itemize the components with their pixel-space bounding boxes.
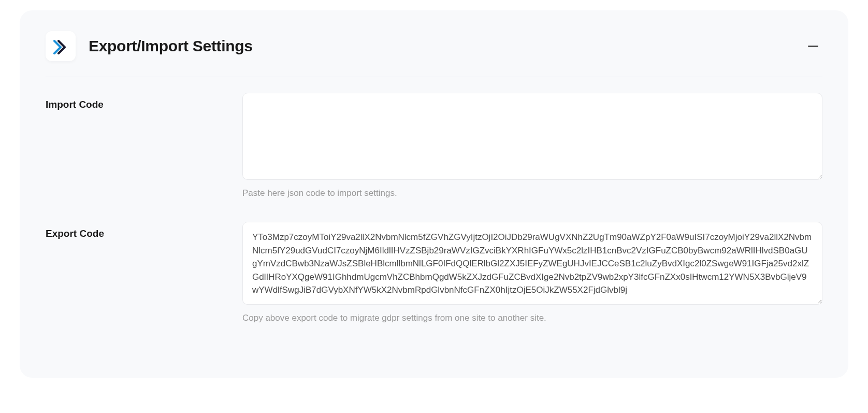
settings-panel: Export/Import Settings Import Code Paste…	[20, 10, 848, 378]
panel-title: Export/Import Settings	[89, 37, 253, 55]
panel-header: Export/Import Settings	[46, 31, 822, 77]
import-row: Import Code Paste here json code to impo…	[46, 93, 822, 198]
import-label: Import Code	[46, 93, 222, 198]
export-code-textarea[interactable]	[242, 222, 822, 305]
export-label: Export Code	[46, 222, 222, 323]
minus-icon	[808, 46, 818, 47]
import-code-textarea[interactable]	[242, 93, 822, 180]
panel-header-left: Export/Import Settings	[46, 31, 253, 61]
export-row: Export Code Copy above export code to mi…	[46, 222, 822, 323]
export-field: Copy above export code to migrate gdpr s…	[242, 222, 822, 323]
app-logo-icon	[52, 38, 69, 54]
import-field: Paste here json code to import settings.	[242, 93, 822, 198]
collapse-button[interactable]	[804, 41, 822, 51]
logo-box	[46, 31, 76, 61]
import-help-text: Paste here json code to import settings.	[242, 188, 822, 198]
export-help-text: Copy above export code to migrate gdpr s…	[242, 313, 822, 323]
